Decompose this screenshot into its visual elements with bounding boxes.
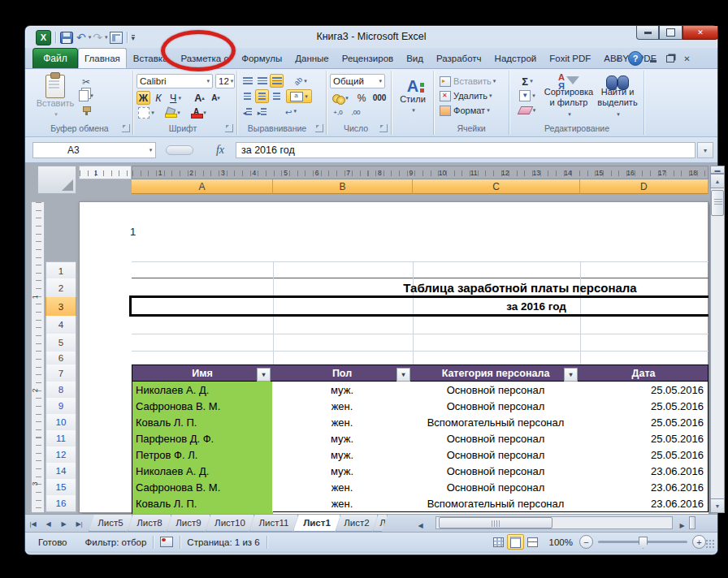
font-name-select[interactable]: Calibri▾ <box>136 74 213 88</box>
bold-button[interactable]: Ж <box>136 91 150 105</box>
format-painter-button[interactable] <box>78 104 94 117</box>
cell-gender[interactable]: жен. <box>272 414 413 431</box>
tab-foxit-pdf[interactable]: Foxit PDF <box>543 48 597 68</box>
cell-category[interactable]: Вспомогательный персонал <box>412 495 580 512</box>
row-header-10[interactable]: 10 <box>46 414 76 431</box>
cell-category[interactable]: Основной персонал <box>412 398 580 415</box>
column-header-c[interactable]: C <box>413 179 580 194</box>
vertical-scrollbar[interactable] <box>710 188 725 498</box>
row-header-5[interactable]: 5 <box>46 334 76 352</box>
name-box[interactable]: A3 <box>32 142 156 158</box>
table-header-cell[interactable]: Пол <box>272 364 413 382</box>
scroll-down-icon[interactable]: ▼ <box>710 498 725 513</box>
row-header-1[interactable]: 1 <box>46 261 76 280</box>
prev-sheet-icon[interactable]: ◀ <box>41 517 55 530</box>
name-box-dropdown-icon[interactable]: ▾ <box>145 143 155 157</box>
last-sheet-icon[interactable]: ▶| <box>72 517 86 530</box>
vertical-scrollbar-thumb[interactable] <box>711 190 724 216</box>
autosum-button[interactable]: Σ▾ <box>515 75 540 88</box>
collapse-ribbon-icon[interactable] <box>611 53 625 65</box>
sheet-tab-3[interactable]: Лист9 <box>167 515 210 532</box>
column-header-d[interactable]: D <box>580 179 708 194</box>
tab-data[interactable]: Данные <box>288 48 336 68</box>
wrap-text-button[interactable]: ▾ <box>280 105 302 118</box>
delete-cells-button[interactable]: Удалить▾ <box>439 89 504 102</box>
tab-view[interactable]: Вид <box>400 48 430 68</box>
cell-styles-button[interactable]: Стили ▾ <box>396 73 430 120</box>
cell-gender[interactable]: муж. <box>272 463 413 480</box>
insert-function-button[interactable]: fx <box>210 142 231 158</box>
page-break-view-button[interactable] <box>524 534 541 550</box>
cell-gender[interactable]: жен. <box>272 398 413 415</box>
align-right-button[interactable] <box>270 89 284 103</box>
cell-date[interactable]: 25.05.2016 <box>579 382 708 399</box>
workbook-minimize-icon[interactable] <box>646 53 660 65</box>
orientation-button[interactable]: ▾ <box>289 74 312 88</box>
italic-button[interactable]: К <box>152 91 165 105</box>
cell-date[interactable]: 25.05.2016 <box>579 398 708 415</box>
insert-cells-button[interactable]: Вставить▾ <box>439 75 504 88</box>
cell-name[interactable]: Петров Ф. Л. <box>132 446 274 464</box>
maximize-button[interactable] <box>659 26 682 40</box>
minimize-button[interactable] <box>636 26 659 40</box>
horizontal-scrollbar-thumb[interactable] <box>439 517 552 528</box>
normal-view-button[interactable] <box>490 534 507 550</box>
cell-name[interactable]: Коваль Л. П. <box>132 495 274 512</box>
sheet-tab-4[interactable]: Лист10 <box>206 515 254 532</box>
cell-date[interactable]: 25.05.2016 <box>579 430 708 447</box>
cell-gender[interactable]: муж. <box>272 382 413 399</box>
underline-button[interactable]: Ч▾ <box>166 91 185 105</box>
align-top-button[interactable] <box>240 74 254 88</box>
find-select-button[interactable]: Найти и выделить ▾ <box>595 73 640 120</box>
cell-category[interactable]: Основной персонал <box>412 463 580 480</box>
next-sheet-icon[interactable]: ▶ <box>57 517 71 530</box>
cell-category[interactable]: Основной персонал <box>412 479 580 496</box>
align-center-button[interactable] <box>255 89 269 103</box>
cell-gender[interactable]: жен. <box>272 479 413 496</box>
table-header-cell[interactable]: Дата <box>579 364 708 382</box>
zoom-slider-thumb[interactable] <box>639 537 648 549</box>
formula-input[interactable]: за 2016 год <box>236 142 696 158</box>
zoom-slider[interactable] <box>598 541 687 543</box>
row-header-12[interactable]: 12 <box>46 446 76 464</box>
sheet-tab-2[interactable]: Лист8 <box>128 515 171 532</box>
table-header-cell[interactable]: Категория персонала <box>412 364 580 382</box>
cell-category[interactable]: Вспомогательный персонал <box>412 414 580 431</box>
zoom-out-icon[interactable]: − <box>579 535 593 549</box>
cell-name[interactable]: Николаев А. Д. <box>132 463 274 480</box>
row-header-15[interactable]: 15 <box>46 479 76 496</box>
workbook-restore-icon[interactable] <box>663 53 677 65</box>
scroll-up-icon[interactable]: ▲ <box>710 174 725 188</box>
decrease-decimal-button[interactable]: ,00 <box>348 106 364 119</box>
sheet-tab-5[interactable]: Лист11 <box>249 515 298 532</box>
resize-grip[interactable] <box>705 539 715 549</box>
zoom-in-icon[interactable]: + <box>692 535 706 549</box>
font-color-button[interactable]: А▾ <box>188 106 209 119</box>
format-cells-button[interactable]: Формат▾ <box>439 104 504 117</box>
row-header-16[interactable]: 16 <box>46 495 76 512</box>
align-bottom-button[interactable] <box>270 74 284 88</box>
sheet-title-cell[interactable]: Таблица заработной платы персонала <box>341 279 699 296</box>
page-header-text[interactable]: 1 <box>130 226 136 238</box>
decrease-indent-button[interactable] <box>240 105 254 118</box>
tab-home[interactable]: Главная <box>78 48 127 68</box>
alignment-dialog-launcher-icon[interactable] <box>315 124 323 132</box>
clipboard-dialog-launcher-icon[interactable] <box>122 124 130 132</box>
copy-button[interactable]: ▾ <box>78 89 94 102</box>
expand-formula-bar-icon[interactable]: ▾ <box>697 142 713 158</box>
font-dialog-launcher-icon[interactable] <box>225 124 233 132</box>
row-header-4[interactable]: 4 <box>46 316 76 334</box>
tab-insert[interactable]: Вставка <box>127 48 175 68</box>
first-sheet-icon[interactable]: |◀ <box>26 517 40 530</box>
filter-dropdown-icon[interactable] <box>564 368 578 382</box>
cell-name[interactable]: Сафронова В. М. <box>132 479 274 496</box>
percent-format-button[interactable]: % <box>354 91 369 105</box>
vertical-split-handle[interactable]: ▬ <box>710 166 725 174</box>
table-header-cell[interactable]: Имя <box>132 364 273 382</box>
cell-name[interactable]: Николаев А. Д. <box>132 382 274 399</box>
row-header-8[interactable]: 8 <box>46 382 76 399</box>
zoom-level[interactable]: 100% <box>549 537 573 547</box>
font-size-select[interactable]: 12▾ <box>215 74 235 88</box>
borders-button[interactable]: ▾ <box>136 106 156 119</box>
hscroll-left-icon[interactable]: ◀ <box>414 519 427 532</box>
